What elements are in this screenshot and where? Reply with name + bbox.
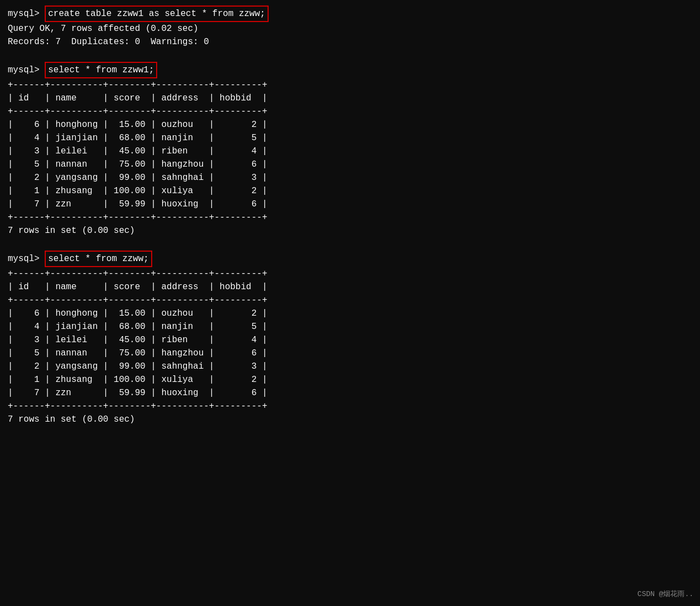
prompt-2: mysql> (8, 65, 45, 75)
command-box-2: select * from zzww1; (45, 62, 157, 78)
output-line-2: Records: 7 Duplicates: 0 Warnings: 0 (8, 35, 692, 49)
table-sep-bot-2: +------+----------+--------+----------+-… (8, 211, 692, 224)
footer-2: 7 rows in set (0.00 sec) (8, 224, 692, 237)
table-row-3-4: | 5 | nannan | 75.00 | hangzhou | 6 | (8, 347, 692, 360)
table-sep-bot-3: +------+----------+--------+----------+-… (8, 400, 692, 413)
table-row-3-6: | 1 | zhusang | 100.00 | xuliya | 2 | (8, 373, 692, 386)
table-header-3: | id | name | score | address | hobbid | (8, 280, 692, 294)
prompt-3: mysql> (8, 254, 45, 264)
table-row-3-5: | 2 | yangsang | 99.00 | sahnghai | 3 | (8, 360, 692, 373)
table-sep-top-2: +------+----------+--------+----------+-… (8, 78, 692, 92)
watermark: CSDN @烟花雨.. (638, 589, 693, 600)
blank-2 (8, 237, 692, 251)
table-row-2-2: | 4 | jianjian | 68.00 | nanjin | 5 | (8, 131, 692, 145)
table-row-3-1: | 6 | honghong | 15.00 | ouzhou | 2 | (8, 307, 692, 320)
command-line-3: mysql> select * from zzww; (8, 251, 692, 267)
table-row-2-4: | 5 | nannan | 75.00 | hangzhou | 6 | (8, 158, 692, 171)
output-line-1: Query OK, 7 rows affected (0.02 sec) (8, 22, 692, 35)
table-row-2-5: | 2 | yangsang | 99.00 | sahnghai | 3 | (8, 171, 692, 184)
footer-3: 7 rows in set (0.00 sec) (8, 413, 692, 426)
command-box-3: select * from zzww; (45, 251, 152, 267)
table-sep-mid-2: +------+----------+--------+----------+-… (8, 105, 692, 118)
table-row-3-7: | 7 | zzn | 59.99 | huoxing | 6 | (8, 386, 692, 400)
terminal: mysql> create table zzww1 as select * fr… (8, 6, 692, 426)
prompt-1: mysql> (8, 9, 45, 19)
table-row-2-1: | 6 | honghong | 15.00 | ouzhou | 2 | (8, 118, 692, 131)
command-line-1: mysql> create table zzww1 as select * fr… (8, 6, 692, 22)
table-row-3-2: | 4 | jianjian | 68.00 | nanjin | 5 | (8, 320, 692, 333)
table-row-3-3: | 3 | leilei | 45.00 | riben | 4 | (8, 333, 692, 347)
table-row-2-6: | 1 | zhusang | 100.00 | xuliya | 2 | (8, 184, 692, 198)
table-row-2-7: | 7 | zzn | 59.99 | huoxing | 6 | (8, 198, 692, 211)
command-box-1: create table zzww1 as select * from zzww… (45, 6, 269, 22)
table-sep-mid-3: +------+----------+--------+----------+-… (8, 294, 692, 307)
table-row-2-3: | 3 | leilei | 45.00 | riben | 4 | (8, 145, 692, 158)
blank-1 (8, 49, 692, 62)
table-header-2: | id | name | score | address | hobbid | (8, 92, 692, 105)
command-line-2: mysql> select * from zzww1; (8, 62, 692, 78)
table-sep-top-3: +------+----------+--------+----------+-… (8, 267, 692, 280)
